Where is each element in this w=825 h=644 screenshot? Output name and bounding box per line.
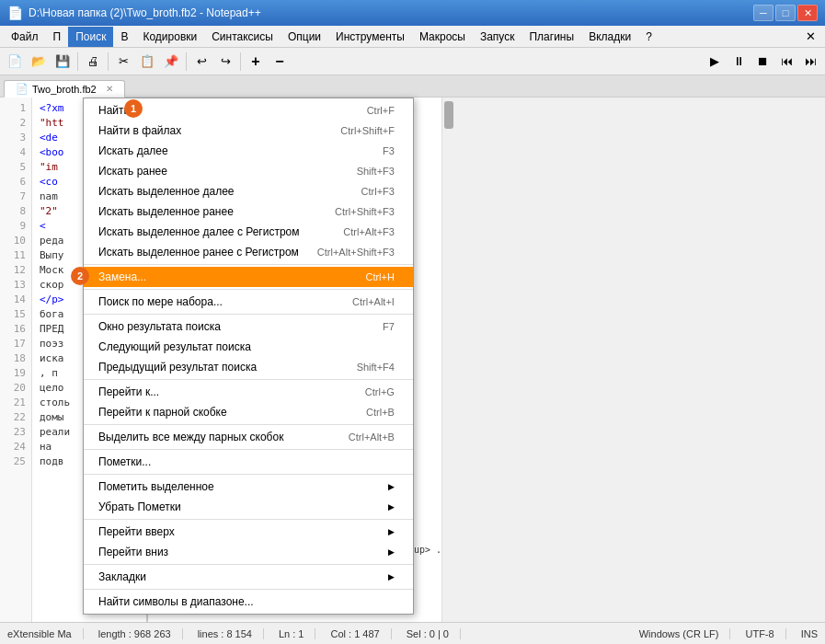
status-mode: INS (801, 628, 818, 639)
menu-goto-down[interactable]: Перейти вниз (84, 542, 413, 562)
toolbar-r3[interactable]: ⏹ (751, 51, 773, 73)
sep-3 (84, 314, 413, 315)
tab-file[interactable]: 📄 Two_broth.fb2 ✕ (4, 80, 125, 98)
toolbar-save[interactable]: 💾 (52, 51, 74, 73)
status-col: Col : 1 487 (330, 628, 391, 639)
main-area: 1 2 3 4 5 6 7 8 9 10 11 12 13 14 15 16 1… (0, 98, 825, 622)
toolbar-sep-2 (108, 52, 109, 71)
toolbar-open[interactable]: 📂 (28, 51, 50, 73)
menu-options[interactable]: Опции (281, 27, 328, 47)
toolbar-print[interactable]: 🖨 (82, 51, 104, 73)
toolbar-copy[interactable]: 📋 (136, 51, 158, 73)
menu-prev-result[interactable]: Предыдущий результат поиска Shift+F4 (84, 357, 413, 377)
status-length: length : 968 263 (98, 628, 183, 639)
close-button[interactable]: ✕ (797, 5, 818, 21)
toolbar-r2[interactable]: ⏸ (728, 51, 750, 73)
toolbar-paste[interactable]: 📌 (160, 51, 182, 73)
window-title: D:\Новая папка (2)\Two_broth.fb2 - Notep… (29, 6, 753, 19)
sep-6 (84, 449, 413, 450)
sep-4 (84, 379, 413, 380)
menu-incremental-search[interactable]: Поиск по мере набора... Ctrl+Alt+I (84, 292, 413, 312)
toolbar-zoom-in[interactable]: + (245, 51, 267, 73)
menu-find-label: Найти... (98, 104, 139, 117)
menu-help[interactable]: ? (638, 27, 659, 47)
status-bar: eXtensible Ma length : 968 263 lines : 8… (0, 622, 825, 644)
menu-find-sel-prev-case[interactable]: Искать выделенное ранее с Регистром Ctrl… (84, 242, 413, 262)
tab-close-icon[interactable]: ✕ (106, 84, 113, 94)
badge-2: 2 (71, 267, 89, 285)
status-file-type: eXtensible Ma (7, 628, 84, 639)
menu-find-shortcut: Ctrl+F (367, 105, 395, 116)
toolbar-r5[interactable]: ⏭ (799, 51, 821, 73)
status-eol: Windows (CR LF) (639, 628, 731, 639)
window-controls: ─ □ ✕ (753, 5, 818, 21)
menu-syntax[interactable]: Синтаксисы (204, 27, 281, 47)
menu-goto-bracket[interactable]: Перейти к парной скобке Ctrl+B (84, 402, 413, 422)
menu-file[interactable]: Файл (4, 27, 46, 47)
menu-run[interactable]: Запуск (473, 27, 522, 47)
toolbar-cut[interactable]: ✂ (112, 51, 134, 73)
menu-plugins[interactable]: Плагины (521, 27, 581, 47)
menu-find-next[interactable]: Искать далее F3 (84, 141, 413, 161)
title-bar: 📄 D:\Новая папка (2)\Two_broth.fb2 - Not… (0, 0, 825, 26)
menu-find-sel-next[interactable]: Искать выделенное далее Ctrl+F3 (84, 181, 413, 201)
status-sel: Sel : 0 | 0 (407, 628, 461, 639)
sep-7 (84, 474, 413, 475)
toolbar-sep-3 (186, 52, 187, 71)
menu-macros[interactable]: Макросы (412, 27, 473, 47)
menu-edit[interactable]: П (46, 27, 69, 47)
toolbar-sep-4 (240, 52, 241, 71)
search-dropdown: Найти... Ctrl+F Найти в файлах Ctrl+Shif… (83, 98, 414, 615)
status-encoding: UTF-8 (745, 628, 785, 639)
menu-bar: Файл П Поиск В Кодировки Синтаксисы Опци… (0, 26, 825, 48)
menu-find-in-files[interactable]: Найти в файлах Ctrl+Shift+F (84, 121, 413, 141)
menu-bookmarks-dialog[interactable]: Пометки... (84, 452, 413, 472)
menu-encodings[interactable]: Кодировки (135, 27, 204, 47)
menu-find[interactable]: Найти... Ctrl+F (84, 100, 413, 121)
app-icon: 📄 (7, 6, 23, 20)
menu-find-in-files-shortcut: Ctrl+Shift+F (340, 125, 395, 136)
menu-remove-marks[interactable]: Убрать Пометки (84, 497, 413, 517)
toolbar-new[interactable]: 📄 (4, 51, 26, 73)
menu-select-brackets[interactable]: Выделить все между парных скобок Ctrl+Al… (84, 427, 413, 447)
menu-bookmarks[interactable]: Закладки (84, 567, 413, 587)
toolbar-r1[interactable]: ▶ (704, 51, 726, 73)
menu-search[interactable]: Поиск (68, 27, 113, 47)
menu-find-sel-prev[interactable]: Искать выделенное ранее Ctrl+Shift+F3 (84, 201, 413, 222)
menu-tabs[interactable]: Вкладки (581, 27, 638, 47)
menu-goto-up[interactable]: Перейти вверх (84, 522, 413, 542)
status-ln: Ln : 1 (279, 628, 316, 639)
menu-find-chars-in-range[interactable]: Найти символы в диапазоне... (84, 592, 413, 612)
sep-2 (84, 289, 413, 290)
menu-mark-sel[interactable]: Пометить выделенное (84, 477, 413, 497)
menu-replace[interactable]: Замена... Ctrl+H 2 (84, 267, 413, 287)
menu-close-x[interactable]: ✕ (800, 29, 821, 43)
menu-next-result[interactable]: Следующий результат поиска (84, 337, 413, 357)
toolbar-zoom-out[interactable]: − (269, 51, 291, 73)
toolbar-redo[interactable]: ↪ (214, 51, 236, 73)
sep-10 (84, 589, 413, 590)
menu-find-sel-next-case[interactable]: Искать выделенное далее с Регистром Ctrl… (84, 222, 413, 242)
menu-goto[interactable]: Перейти к... Ctrl+G (84, 382, 413, 402)
sep-8 (84, 519, 413, 520)
menu-tools[interactable]: Инструменты (328, 27, 412, 47)
dropdown-overlay: Найти... Ctrl+F Найти в файлах Ctrl+Shif… (0, 98, 825, 622)
toolbar-undo[interactable]: ↩ (190, 51, 212, 73)
toolbar: 📄 📂 💾 🖨 ✂ 📋 📌 ↩ ↪ + − ▶ ⏸ ⏹ ⏮ ⏭ (0, 48, 825, 75)
menu-find-prev[interactable]: Искать ранее Shift+F3 (84, 161, 413, 181)
tab-bar: 📄 Two_broth.fb2 ✕ (0, 75, 825, 98)
tab-label: Two_broth.fb2 (32, 84, 97, 95)
tab-icon: 📄 (16, 83, 29, 95)
toolbar-sep-1 (77, 52, 78, 71)
sep-5 (84, 424, 413, 425)
menu-view[interactable]: В (113, 27, 135, 47)
maximize-button[interactable]: □ (775, 5, 796, 21)
sep-1 (84, 264, 413, 265)
toolbar-r4[interactable]: ⏮ (775, 51, 797, 73)
menu-search-results[interactable]: Окно результата поиска F7 (84, 316, 413, 337)
menu-find-in-files-label: Найти в файлах (98, 124, 181, 137)
status-lines: lines : 8 154 (198, 628, 264, 639)
minimize-button[interactable]: ─ (753, 5, 773, 21)
sep-9 (84, 564, 413, 565)
